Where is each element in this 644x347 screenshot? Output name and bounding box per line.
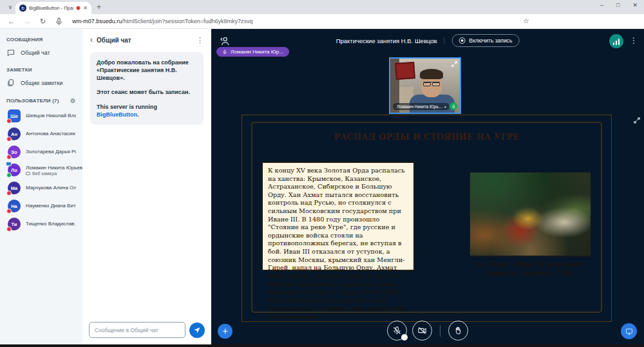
user-list-item[interactable]: Ше Шевцов Николай Владими... (Вы): [0, 107, 82, 125]
talking-mic-icon: [222, 50, 227, 55]
webcam-video-tile[interactable]: Ломакин Никита Юрь... ▾: [389, 57, 461, 114]
slide-title: РАСПАД ОРДЫ И СТОЯНИЕ НА УГРЕ: [242, 132, 611, 142]
raise-hand-button[interactable]: [448, 321, 468, 341]
user-name: Науменко Диана Витальевна: [26, 203, 76, 209]
user-list-item[interactable]: Ан Антонова Анастасия Алексеевна: [0, 125, 82, 143]
browser-forward-button[interactable]: →: [24, 17, 31, 25]
avatar-initials: Ше: [10, 113, 18, 119]
sidebar-item-shared-notes[interactable]: Общие заметки: [0, 75, 82, 91]
mic-voice-badge: [6, 173, 12, 178]
action-bar: [387, 321, 468, 341]
presentation-slide[interactable]: РАСПАД ОРДЫ И СТОЯНИЕ НА УГРЕ К концу XV…: [242, 115, 612, 322]
user-list-item[interactable]: На Науменко Диана Витальевна: [0, 197, 82, 215]
chat-back-icon[interactable]: ‹: [90, 35, 93, 44]
browser-tab[interactable]: b BigBlueButton - Практичес ✕: [15, 2, 91, 14]
avatar-initials: Зо: [11, 149, 17, 155]
main-meeting-area: Практические занятия Н.В. Шевцов | Включ…: [211, 29, 644, 344]
avatar: Ше: [8, 109, 21, 122]
sidebar-item-public-chat[interactable]: Общий чат: [0, 45, 82, 61]
url-host: wm-m07.bsuedu.ru: [72, 18, 122, 24]
mini-webcam-icon: [26, 172, 30, 175]
bookmark-star-icon[interactable]: ☆: [523, 17, 529, 25]
avatar: Ти: [8, 218, 21, 230]
avatar: Ан: [8, 127, 21, 140]
microphone-permission-icon[interactable]: [55, 17, 63, 26]
chat-title: Общий чат: [97, 37, 131, 44]
window-minimize-button[interactable]: –: [600, 2, 603, 8]
welcome-line-1: Добро пожаловать на собрание «Практическ…: [97, 59, 197, 82]
send-message-button[interactable]: [189, 323, 205, 338]
mic-muted-icon: [392, 326, 402, 335]
webcam-name-chevron-icon: ▾: [444, 105, 446, 109]
webcam-fullscreen-icon[interactable]: [451, 61, 458, 68]
browser-back-button[interactable]: ←: [8, 17, 15, 25]
record-icon: [459, 37, 465, 44]
user-list-item[interactable]: Ма Марчукова Алина Олеговна: [0, 179, 82, 197]
window-maximize-button[interactable]: □: [616, 2, 620, 8]
chat-header[interactable]: ‹ Общий чат ⋮: [90, 35, 204, 44]
welcome-line-2: Этот сеанс может быть записан.: [97, 88, 197, 96]
screen-icon: [625, 328, 633, 335]
muted-status-dot: [401, 334, 408, 341]
bigbluebutton-favicon-icon: b: [19, 5, 26, 12]
minimize-presentation-button[interactable]: [621, 323, 637, 339]
browser-tab-strip: ∨ b BigBlueButton - Практичес ✕ + – □ ✕: [0, 0, 644, 14]
slide-painting-image: [470, 173, 591, 256]
webcam-chip-icon: [6, 162, 12, 166]
user-list-item[interactable]: Ти Тищенко Владислав Дмитриевич: [0, 215, 82, 233]
mic-muted-badge: [6, 136, 12, 142]
user-name: Тищенко Владислав Дмитриевич: [26, 221, 76, 227]
actions-plus-button[interactable]: +: [218, 324, 232, 339]
chat-bubble-icon: [6, 48, 15, 57]
url-path: /html5client/join?sessionToken=fudh6yk8m…: [122, 18, 252, 24]
webcam-person-hair: [420, 69, 443, 79]
start-recording-button[interactable]: Включить запись: [451, 34, 519, 47]
window-bottom-edge: [0, 344, 644, 347]
tab-close-icon[interactable]: ✕: [83, 5, 88, 11]
meeting-title: Практические занятия Н.В. Шевцов: [336, 37, 437, 44]
chat-message-input[interactable]: [89, 322, 185, 338]
webcam-unmuted-mic-badge: [450, 102, 457, 110]
slide-text-box: К концу XV века Золотая Орда распалась н…: [261, 162, 415, 271]
user-list-item[interactable]: Ло Ломакин Никита Юрьевич Веб камера: [0, 161, 82, 179]
notes-header: ЗАМЕТКИ: [6, 67, 32, 73]
chat-options-kebab-icon[interactable]: ⋮: [196, 36, 204, 44]
avatar-initials: Ло: [11, 167, 17, 173]
bigbluebutton-link[interactable]: BigBlueButton: [97, 111, 137, 118]
url-text[interactable]: wm-m07.bsuedu.ru/html5client/join?sessio…: [72, 18, 252, 24]
mic-muted-badge: [6, 118, 12, 124]
avatar-initials: Ан: [11, 131, 17, 137]
share-webcam-button[interactable]: [412, 321, 432, 341]
browser-reload-button[interactable]: ↻: [40, 17, 46, 26]
user-name: Антонова Анастасия Алексеевна: [26, 131, 76, 137]
messages-header: СООБЩЕНИЯ: [6, 37, 43, 42]
manage-layout-person-icon[interactable]: [219, 35, 231, 47]
screen: ∨ b BigBlueButton - Практичес ✕ + – □ ✕ …: [0, 0, 644, 347]
tab-search-icon[interactable]: ∨: [5, 2, 15, 12]
notes-icon: [6, 79, 15, 88]
webcam-name-label[interactable]: Ломакин Никита Юрь... ▾: [393, 103, 450, 110]
avatar-initials: Ма: [11, 185, 18, 191]
manage-users-gear-icon[interactable]: ⚙: [70, 97, 76, 104]
window-close-button[interactable]: ✕: [632, 2, 638, 8]
webcam-off-icon: [417, 326, 427, 335]
tab-title: BigBlueButton - Практичес: [29, 5, 73, 11]
avatar: Ма: [8, 182, 21, 194]
connection-status-icon[interactable]: [609, 34, 623, 48]
mic-muted-badge: [6, 209, 12, 214]
browser-url-bar: ← → ↻ wm-m07.bsuedu.ru/html5client/join?…: [0, 14, 644, 29]
new-tab-button[interactable]: +: [97, 3, 101, 12]
talking-indicator[interactable]: Ломакин Никита Юр...: [216, 47, 289, 57]
webcam-room-detail: [395, 62, 415, 80]
user-list-item[interactable]: Зо Золотарева Дарья Романовна: [0, 143, 82, 161]
user-name: Золотарева Дарья Романовна: [26, 149, 76, 155]
welcome-line-3: This server is running BigBlueButton.: [97, 103, 197, 118]
options-kebab-icon[interactable]: ⋮: [630, 36, 638, 45]
presentation-fullscreen-icon[interactable]: [633, 117, 641, 124]
mic-muted-badge: [6, 191, 12, 196]
nav-sidebar: СООБЩЕНИЯ Общий чат ЗАМЕТКИ Общие заметк…: [0, 29, 82, 344]
mute-microphone-button[interactable]: [387, 321, 407, 341]
mic-muted-badge: [6, 155, 12, 160]
public-chat-panel: ‹ Общий чат ⋮ Добро пожаловать на собран…: [82, 29, 211, 344]
avatar: Зо: [8, 145, 21, 158]
